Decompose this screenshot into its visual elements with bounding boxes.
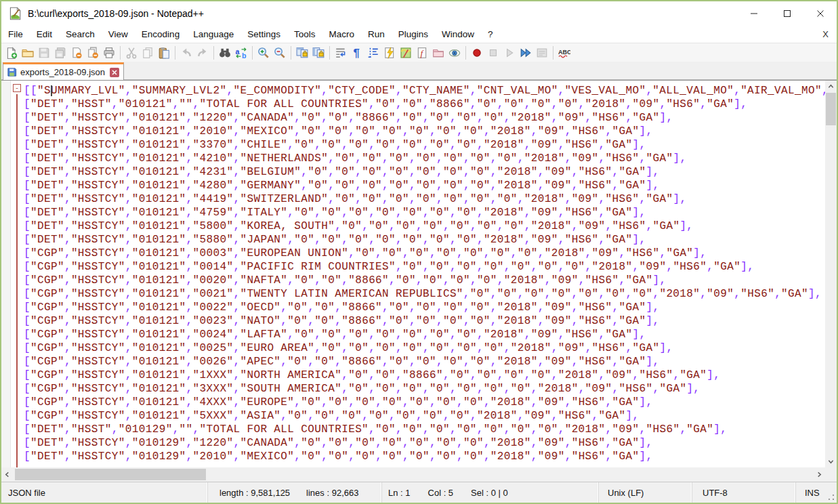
editor-pane[interactable]: - [["SUMMARY_LVL","SUMMARY_LVL2","E_COMM…: [1, 80, 837, 482]
monitoring-eye-button[interactable]: [446, 45, 463, 61]
status-bar: JSON file length : 9,581,125 lines : 92,…: [1, 482, 837, 503]
show-indent-guide-button[interactable]: [365, 45, 381, 61]
fold-margin[interactable]: -: [12, 81, 22, 467]
fold-collapse-marker[interactable]: -: [13, 84, 21, 92]
macro-save-button: [534, 45, 550, 61]
code-area[interactable]: [["SUMMARY_LVL","SUMMARY_LVL2","E_COMMOD…: [22, 81, 825, 467]
code-line-19: ["CGP","HSSTCY","010121","0024","LAFTA",…: [24, 328, 825, 341]
toolbar-separator: [120, 46, 121, 60]
code-line-13: ["CGP","HSSTCY","010121","0003","EUROPEA…: [24, 247, 825, 260]
code-line-22: ["CGP","HSSTCY","010121","1XXX","NORTH A…: [24, 369, 825, 382]
macro-stop-button: [485, 45, 501, 61]
user-defined-language-button[interactable]: [381, 45, 398, 61]
show-all-characters-icon: ¶: [351, 47, 363, 59]
menu-item-window[interactable]: Window: [435, 27, 481, 41]
code-line-14: ["CGP","HSSTCY","010121","0014","PACIFIC…: [24, 260, 825, 274]
macro-stop-icon: [487, 47, 499, 59]
menu-item-settings[interactable]: Settings: [240, 27, 287, 41]
menu-item-file[interactable]: File: [1, 27, 30, 41]
macro-play-button: [501, 45, 518, 61]
new-file-button[interactable]: [3, 45, 20, 61]
code-line-9: ["DET","HSSTCY","010121","4419","SWITZER…: [24, 192, 825, 206]
menu-item-macro[interactable]: Macro: [322, 27, 362, 41]
horizontal-scrollbar[interactable]: [1, 467, 825, 482]
scroll-right-arrow[interactable]: [814, 467, 825, 482]
tab-bar: exports_2018-09.json: [1, 62, 837, 80]
tab-label: exports_2018-09.json: [20, 67, 105, 77]
macro-record-button[interactable]: [469, 45, 485, 61]
replace-button[interactable]: ab: [233, 45, 249, 61]
zoom-out-button[interactable]: [272, 45, 288, 61]
menu-close-document-x[interactable]: X: [814, 29, 837, 39]
menu-item-search[interactable]: Search: [59, 27, 102, 41]
maximize-button[interactable]: [770, 1, 803, 26]
zoom-in-button[interactable]: [255, 45, 272, 61]
document-map-button[interactable]: [398, 45, 414, 61]
menu-item-help[interactable]: ?: [481, 27, 500, 41]
paste-button[interactable]: [156, 45, 172, 61]
find-button[interactable]: [217, 45, 233, 61]
menu-item-language[interactable]: Language: [186, 27, 240, 41]
new-file-icon: [5, 47, 18, 59]
vertical-scroll-thumb[interactable]: [826, 93, 836, 125]
print-button[interactable]: [101, 45, 117, 61]
function-list-button[interactable]: f: [414, 45, 430, 61]
status-line-number: Ln : 1: [388, 488, 411, 498]
menu-item-encoding[interactable]: Encoding: [135, 27, 186, 41]
scroll-up-arrow[interactable]: [825, 81, 837, 92]
spell-check-button[interactable]: ABC: [556, 45, 572, 61]
cut-button: [123, 45, 140, 61]
code-line-1: [["SUMMARY_LVL","SUMMARY_LVL2","E_COMMOD…: [24, 84, 825, 98]
macro-run-multiple-button[interactable]: [518, 45, 534, 61]
word-wrap-button[interactable]: [333, 45, 349, 61]
menu-item-run[interactable]: Run: [361, 27, 392, 41]
sync-horizontal-scroll-button[interactable]: [310, 45, 327, 61]
close-file-button[interactable]: [68, 45, 85, 61]
copy-button: [140, 45, 156, 61]
function-list-icon: f: [416, 47, 428, 59]
folder-as-workspace-icon: [432, 47, 444, 59]
folder-as-workspace-button[interactable]: [430, 45, 446, 61]
svg-text:ABC: ABC: [558, 48, 570, 55]
toolbar-separator: [329, 46, 330, 60]
menu-item-plugins[interactable]: Plugins: [392, 27, 435, 41]
vertical-scrollbar[interactable]: [825, 81, 837, 467]
close-all-files-icon: [87, 47, 99, 59]
horizontal-scroll-thumb[interactable]: [15, 469, 206, 480]
close-all-files-button[interactable]: [85, 45, 101, 61]
code-line-23: ["CGP","HSSTCY","010121","3XXX","SOUTH A…: [24, 382, 825, 396]
save-all-icon: [54, 47, 66, 59]
save-button: [36, 45, 52, 61]
status-length-lines: length : 9,581,125 lines : 92,663: [208, 482, 382, 503]
show-all-characters-button[interactable]: ¶: [349, 45, 365, 61]
tab-exports-2018-09-json[interactable]: exports_2018-09.json: [3, 62, 124, 80]
title-bar: B:\curl\exports_2018-09.json - Notepad++: [1, 1, 837, 26]
status-encoding[interactable]: UTF-8: [692, 482, 796, 503]
code-line-2: ["DET","HSST","010121","","TOTAL FOR ALL…: [24, 98, 825, 111]
minimize-button[interactable]: [737, 1, 770, 26]
sync-vertical-scroll-button[interactable]: [294, 45, 310, 61]
user-defined-language-icon: [383, 47, 396, 59]
status-eol-format[interactable]: Unix (LF): [599, 482, 692, 503]
close-button[interactable]: [803, 1, 837, 26]
find-icon: [219, 47, 231, 59]
undo-icon: [180, 47, 192, 59]
bookmark-margin[interactable]: [1, 81, 11, 467]
resize-grip[interactable]: [828, 494, 835, 501]
menu-item-edit[interactable]: Edit: [30, 27, 59, 41]
window-title: B:\curl\exports_2018-09.json - Notepad++: [28, 8, 204, 19]
menu-item-tools[interactable]: Tools: [287, 27, 322, 41]
code-line-5: ["DET","HSSTCY","010121","3370","CHILE",…: [24, 138, 825, 152]
print-icon: [103, 47, 115, 59]
svg-text:b: b: [242, 51, 247, 59]
scroll-left-arrow[interactable]: [1, 467, 13, 482]
tab-close-button[interactable]: [110, 68, 119, 77]
code-line-12: ["DET","HSSTCY","010121","5880","JAPAN",…: [24, 233, 825, 247]
open-folder-button[interactable]: [20, 45, 36, 61]
macro-run-multiple-icon: [520, 47, 532, 59]
close-file-icon: [70, 47, 83, 59]
scroll-down-arrow[interactable]: [825, 456, 837, 467]
menu-item-view[interactable]: View: [102, 27, 135, 41]
code-line-4: ["DET","HSSTCY","010121","2010","MEXICO"…: [24, 125, 825, 138]
toolbar-separator: [213, 46, 214, 60]
